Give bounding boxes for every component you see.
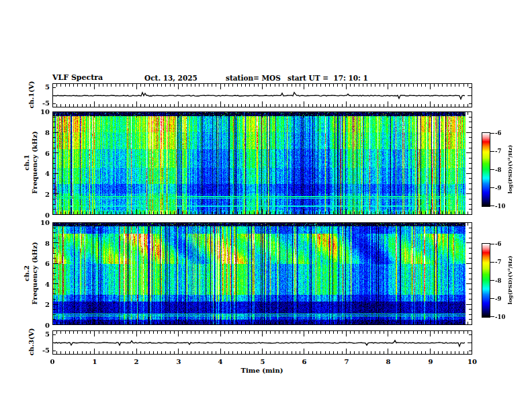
time-tick-8: 8 [378,358,398,365]
time-tick-5: 5 [253,358,273,365]
spec1-freq-tick-0: 0 [32,212,50,219]
ch1-axis-title-line2: Frequency (kHz) [31,109,39,216]
time-tick-7: 7 [337,358,357,365]
spec1-freq-tick-2: 2 [32,191,50,198]
ch3-volt-tick-neg5: -5 [32,347,50,354]
spec2-freq-tick-10: 10 [32,219,50,226]
spec1-freq-tick-6: 6 [32,150,50,157]
time-tick-6: 6 [294,358,314,365]
time-tick-0: 0 [42,358,62,365]
date-label: Oct. 13, 2025 [144,74,197,82]
cbar2-axis-title: log(PSD)(V²/Hz) [506,240,514,320]
ch1-frequency-axis-title: ch.1 Frequency (kHz) [23,109,39,216]
station-label: station= MOS [226,74,281,82]
time-tick-9: 9 [420,358,441,365]
ch1-volt-tick-5: 5 [32,83,50,91]
time-tick-1: 1 [85,358,105,365]
start-ut-label: start UT = 17: 10: 1 [287,74,368,82]
ch1-spectrogram-canvas [52,111,472,215]
ch1-volt-tick-neg5: -5 [32,99,50,107]
vlf-spectra-plot: VLF Spectra Oct. 13, 2025 station= MOS s… [0,0,532,411]
time-tick-4: 4 [210,358,230,365]
spec1-freq-tick-8: 8 [32,129,50,136]
ch2-spectrogram-canvas [52,222,472,325]
time-axis-title: Time (min) [202,367,322,374]
ch3-volt-tick-5: 5 [32,330,50,338]
spec1-freq-tick-4: 4 [32,170,50,177]
cbar1-axis-title: log(PSD)(V²/Hz) [506,129,514,210]
plot-title: VLF Spectra [52,73,103,82]
time-tick-3: 3 [169,358,189,365]
ch1-voltage-strip-canvas [52,83,472,107]
spec2-freq-tick-8: 8 [32,240,50,247]
spec2-freq-tick-6: 6 [32,260,50,267]
spec2-freq-tick-2: 2 [32,301,50,308]
spec1-freq-tick-10: 10 [32,108,50,116]
spec2-freq-tick-4: 4 [32,281,50,288]
ch1-axis-title-line1: ch.1 [23,109,31,216]
time-tick-2: 2 [126,358,146,365]
ch3-voltage-axis-title: ch.3(V) [28,302,36,382]
ch3-voltage-strip-canvas [52,330,472,355]
time-tick-10: 10 [462,358,482,365]
spec2-freq-tick-0: 0 [32,322,50,329]
